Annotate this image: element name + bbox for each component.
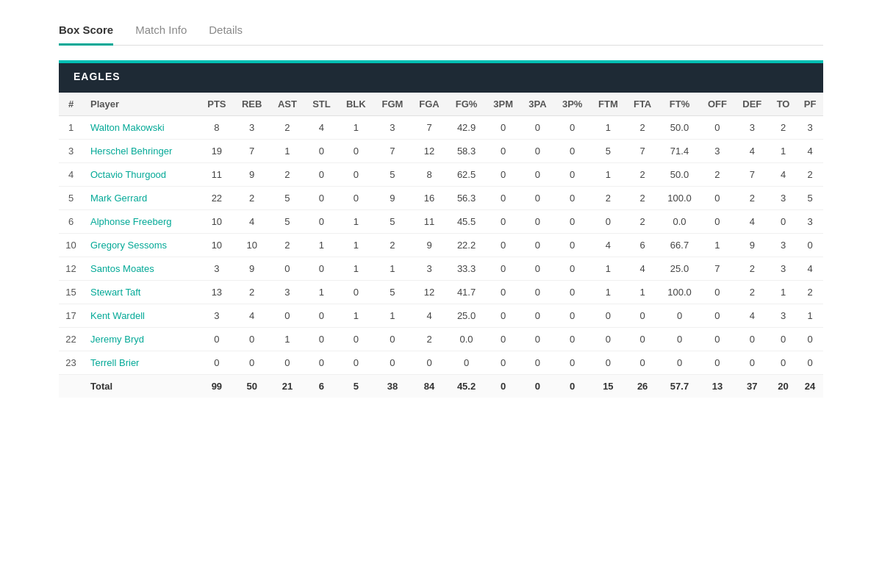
stat-cell: 0 [270, 257, 304, 281]
player-number-cell: 22 [59, 328, 83, 351]
stat-cell: 0 [305, 163, 339, 187]
stat-cell: 1 [338, 257, 373, 281]
stat-cell: 0 [521, 140, 554, 163]
stat-cell: 0 [305, 351, 339, 375]
col-off: OFF [700, 93, 734, 116]
stat-cell: 1 [590, 163, 625, 187]
stat-cell: 2 [625, 163, 659, 187]
stat-cell: 0 [554, 351, 590, 375]
stat-cell: 10 [234, 234, 270, 257]
player-name-cell[interactable]: Mark Gerrard [83, 187, 200, 210]
stat-cell: 2 [797, 281, 823, 304]
total-label: Total [83, 375, 200, 398]
player-name-cell[interactable]: Stewart Taft [83, 281, 200, 304]
player-name-cell[interactable]: Alphonse Freeberg [83, 210, 200, 234]
total-stat-cell: 0 [554, 375, 590, 398]
stat-cell: 0 [373, 328, 411, 351]
stat-cell: 0 [735, 351, 770, 375]
stat-cell: 2 [270, 116, 304, 140]
stat-cell: 0 [554, 210, 590, 234]
stat-cell: 2 [625, 187, 659, 210]
col-number: # [59, 93, 83, 116]
stat-cell: 71.4 [659, 140, 700, 163]
stat-cell: 0 [485, 116, 520, 140]
stat-cell: 0 [338, 351, 373, 375]
table-row: 4Octavio Thurgood1192005862.50001250.027… [59, 163, 823, 187]
stat-cell: 0 [554, 281, 590, 304]
stat-cell: 3 [234, 116, 270, 140]
stat-cell: 0 [770, 351, 797, 375]
stat-cell: 4 [735, 210, 770, 234]
stat-cell: 1 [590, 257, 625, 281]
player-name-cell[interactable]: Jeremy Bryd [83, 328, 200, 351]
stat-cell: 3 [770, 187, 797, 210]
stat-cell: 3 [770, 304, 797, 328]
stat-cell: 0 [659, 328, 700, 351]
tab-match-info[interactable]: Match Info [135, 15, 187, 45]
team-section-eagles: EAGLES # Player PTS REB AST STL BLK FGM … [59, 60, 823, 398]
stat-cell: 0 [373, 351, 411, 375]
stat-cell: 4 [797, 140, 823, 163]
player-number-cell: 15 [59, 281, 83, 304]
player-name-cell[interactable]: Herschel Behringer [83, 140, 200, 163]
stat-cell: 45.5 [448, 210, 486, 234]
player-number-cell: 10 [59, 234, 83, 257]
stat-cell: 1 [270, 140, 304, 163]
col-fgm: FGM [373, 93, 411, 116]
stat-cell: 9 [735, 234, 770, 257]
stat-cell: 50.0 [659, 116, 700, 140]
stat-cell: 0 [521, 234, 554, 257]
stat-cell: 10 [200, 210, 234, 234]
stat-cell: 2 [234, 281, 270, 304]
tab-box-score[interactable]: Box Score [59, 15, 113, 45]
stat-cell: 0 [234, 351, 270, 375]
player-name-cell[interactable]: Octavio Thurgood [83, 163, 200, 187]
table-row: 3Herschel Behringer19710071258.30005771.… [59, 140, 823, 163]
stat-cell: 0 [485, 281, 520, 304]
stat-cell: 4 [735, 140, 770, 163]
stat-cell: 12 [411, 281, 447, 304]
player-name-cell[interactable]: Walton Makowski [83, 116, 200, 140]
col-to: TO [770, 93, 797, 116]
player-name-cell[interactable]: Kent Wardell [83, 304, 200, 328]
player-name-cell[interactable]: Gregory Sessoms [83, 234, 200, 257]
total-stat-cell: 84 [411, 375, 447, 398]
stat-cell: 5 [373, 163, 411, 187]
stat-cell: 1 [305, 281, 339, 304]
total-stat-cell: 15 [590, 375, 625, 398]
stat-cell: 5 [270, 187, 304, 210]
table-row: 22Jeremy Bryd00100020.00000000000 [59, 328, 823, 351]
stat-cell: 16 [411, 187, 447, 210]
stat-cell: 0 [234, 328, 270, 351]
table-row: 5Mark Gerrard22250091656.300022100.00235 [59, 187, 823, 210]
stat-cell: 0 [625, 351, 659, 375]
player-number-cell: 12 [59, 257, 83, 281]
stat-cell: 0 [797, 328, 823, 351]
col-3pp: 3P% [554, 93, 590, 116]
tab-details[interactable]: Details [209, 15, 243, 45]
stat-cell: 66.7 [659, 234, 700, 257]
stat-cell: 0 [485, 257, 520, 281]
stat-cell: 0 [797, 234, 823, 257]
stat-cell: 1 [625, 281, 659, 304]
player-name-cell[interactable]: Terrell Brier [83, 351, 200, 375]
player-name-cell[interactable]: Santos Moates [83, 257, 200, 281]
stat-cell: 0 [305, 304, 339, 328]
stat-cell: 0 [700, 281, 734, 304]
stat-cell: 4 [797, 257, 823, 281]
stat-cell: 1 [700, 234, 734, 257]
stat-cell: 4 [770, 163, 797, 187]
stat-cell: 8 [200, 116, 234, 140]
stat-cell: 7 [373, 140, 411, 163]
stat-cell: 1 [338, 210, 373, 234]
stat-cell: 6 [625, 234, 659, 257]
table-row: 10Gregory Sessoms10102112922.20004666.71… [59, 234, 823, 257]
stat-cell: 2 [625, 210, 659, 234]
stat-cell: 25.0 [659, 257, 700, 281]
total-stat-cell: 21 [270, 375, 304, 398]
stat-cell: 58.3 [448, 140, 486, 163]
stat-cell: 4 [625, 257, 659, 281]
stat-cell: 0 [270, 351, 304, 375]
stat-cell: 19 [200, 140, 234, 163]
total-stat-cell: 24 [797, 375, 823, 398]
